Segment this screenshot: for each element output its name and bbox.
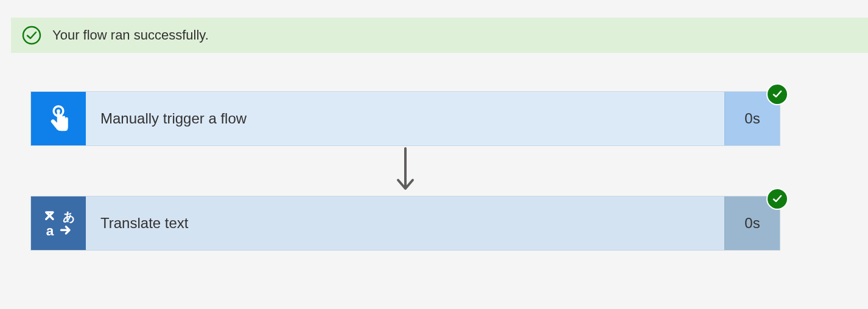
flow-connector-arrow-icon bbox=[30, 146, 780, 196]
success-message: Your flow ran successfully. bbox=[52, 27, 209, 43]
flow-canvas: Manually trigger a flow 0s あ a Translate… bbox=[30, 91, 780, 251]
success-banner: Your flow ran successfully. bbox=[11, 18, 868, 53]
status-success-icon bbox=[766, 188, 788, 210]
manual-trigger-icon bbox=[31, 92, 86, 145]
flow-step-label: Translate text bbox=[86, 196, 724, 250]
translate-icon: あ a bbox=[31, 196, 86, 250]
flow-step-trigger[interactable]: Manually trigger a flow 0s bbox=[30, 91, 780, 146]
flow-step-translate[interactable]: あ a Translate text 0s bbox=[30, 196, 780, 251]
success-check-icon bbox=[22, 26, 41, 45]
svg-text:a: a bbox=[46, 223, 54, 238]
status-success-icon bbox=[766, 83, 788, 105]
svg-text:あ: あ bbox=[63, 210, 75, 223]
flow-step-label: Manually trigger a flow bbox=[86, 92, 724, 145]
svg-point-0 bbox=[23, 27, 40, 44]
